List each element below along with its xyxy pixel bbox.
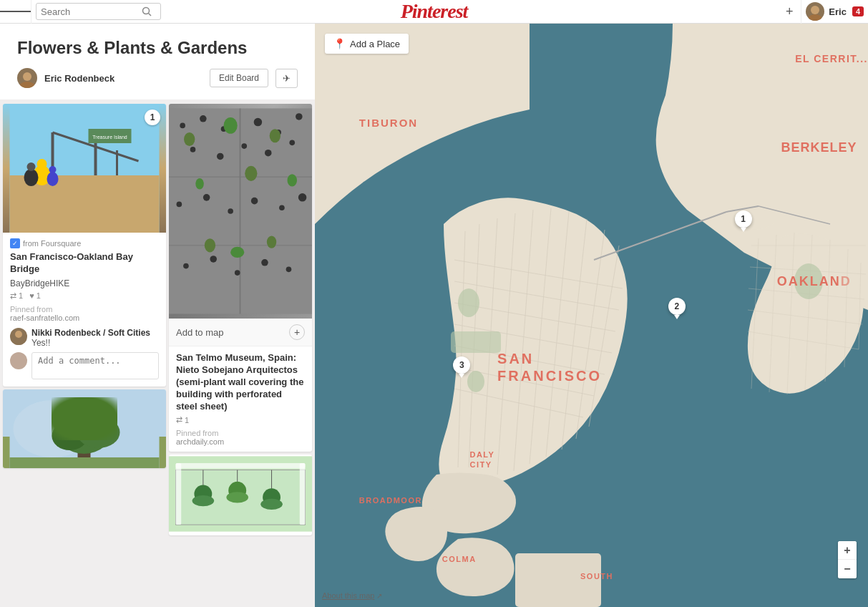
about-map: About this map ↗ bbox=[315, 591, 868, 600]
svg-point-49 bbox=[298, 193, 306, 201]
svg-point-46 bbox=[228, 208, 233, 214]
add-to-map-plus-button[interactable]: + bbox=[289, 324, 305, 340]
svg-point-44 bbox=[177, 202, 182, 208]
add-comment-avatar bbox=[10, 352, 27, 369]
commenter-name: Nikki Rodenbeck / Soft Cities bbox=[31, 328, 150, 338]
svg-rect-76 bbox=[300, 463, 306, 525]
pin-column-1: Treasure Island 1 bbox=[3, 104, 166, 468]
add-comment-input[interactable] bbox=[31, 352, 159, 379]
svg-point-15 bbox=[37, 159, 47, 169]
board-author-row: Eric Rodenbeck Edit Board ✈ bbox=[17, 68, 298, 88]
pinned-from-url-wall: archdaily.com bbox=[176, 437, 305, 446]
author-avatar bbox=[17, 68, 37, 88]
svg-point-97 bbox=[458, 288, 479, 317]
share-button[interactable]: ✈ bbox=[275, 69, 298, 88]
svg-point-74 bbox=[260, 499, 283, 510]
pin-card-greenhouse bbox=[169, 455, 312, 535]
svg-point-45 bbox=[203, 194, 210, 201]
svg-point-98 bbox=[467, 371, 484, 392]
user-avatar bbox=[806, 2, 824, 21]
search-input[interactable] bbox=[36, 6, 137, 17]
pin-column-2: Add to map + San Telmo Museum, Spain: Ni… bbox=[169, 104, 312, 535]
author-name: Eric Rodenbeck bbox=[44, 73, 203, 84]
svg-rect-99 bbox=[451, 331, 501, 353]
edit-board-button[interactable]: Edit Board bbox=[210, 69, 268, 87]
header: Pinterest + Eric 4 bbox=[0, 0, 868, 24]
svg-point-53 bbox=[261, 259, 268, 266]
pin-card-tree bbox=[3, 389, 166, 468]
svg-point-16 bbox=[24, 169, 39, 186]
map-marker-1[interactable]: 1 bbox=[735, 210, 752, 228]
pin-source-text: from Foursquare bbox=[23, 239, 81, 248]
place-icon: 📍 bbox=[333, 38, 346, 49]
pinned-from-url: raef-sanfratello.com bbox=[10, 314, 159, 322]
repin-icon: ⇄ bbox=[176, 415, 182, 424]
map-zoom-controls: + − bbox=[838, 541, 857, 578]
pin-body-wall: San Telmo Museum, Spain: Nieto Sobejano … bbox=[169, 346, 312, 452]
pin-likes: ⇄ 1 ♥ 1 bbox=[10, 291, 159, 301]
svg-point-2 bbox=[811, 6, 819, 14]
svg-point-58 bbox=[195, 178, 203, 189]
about-map-link[interactable]: About this map bbox=[322, 591, 374, 600]
map-marker-3[interactable]: 3 bbox=[453, 356, 470, 374]
map-marker-2[interactable]: 2 bbox=[668, 298, 686, 315]
svg-point-68 bbox=[192, 495, 215, 506]
svg-rect-28 bbox=[10, 457, 160, 468]
svg-point-41 bbox=[241, 143, 247, 149]
svg-point-63 bbox=[267, 235, 276, 248]
svg-point-19 bbox=[49, 166, 57, 173]
pin-title-wall: San Telmo Museum, Spain: Nieto Sobejano … bbox=[176, 352, 305, 412]
svg-point-115 bbox=[794, 263, 823, 299]
pin-add-comment bbox=[3, 352, 166, 387]
svg-point-55 bbox=[184, 132, 195, 146]
repin-count: 1 bbox=[19, 291, 23, 300]
like-icon: ♥ bbox=[29, 291, 34, 300]
commenter-avatar bbox=[10, 328, 27, 345]
pinned-from-label: Pinned from bbox=[10, 305, 159, 314]
username[interactable]: Eric bbox=[829, 6, 847, 17]
like-count: 1 bbox=[36, 291, 41, 300]
pin-card: Treasure Island 1 bbox=[3, 104, 166, 387]
pin-title: San Francisco-Oakland Bay Bridge bbox=[10, 251, 159, 276]
svg-point-43 bbox=[289, 140, 295, 145]
svg-rect-77 bbox=[176, 463, 306, 469]
foursquare-icon: ✓ bbox=[10, 238, 20, 248]
pin-likes-wall: ⇄ 1 bbox=[176, 415, 305, 424]
pin-body: ✓ from Foursquare San Francisco-Oakland … bbox=[3, 233, 166, 328]
svg-point-38 bbox=[296, 113, 303, 120]
pin-commenter: Nikki Rodenbeck / Soft Cities Yes!! bbox=[3, 328, 166, 352]
svg-point-48 bbox=[279, 205, 285, 210]
pinned-from-label-wall: Pinned from bbox=[176, 429, 305, 437]
svg-point-60 bbox=[288, 174, 297, 186]
notification-badge[interactable]: 4 bbox=[852, 6, 864, 16]
svg-point-33 bbox=[180, 123, 185, 129]
pin-subtitle: BayBridgeHIKE bbox=[10, 278, 159, 288]
svg-point-61 bbox=[205, 238, 215, 252]
board-title: Flowers & Plants & Gardens bbox=[17, 38, 298, 58]
svg-point-50 bbox=[183, 263, 189, 269]
board-header: Flowers & Plants & Gardens Eric Rodenbec… bbox=[0, 24, 315, 99]
svg-point-3 bbox=[808, 14, 822, 21]
svg-point-57 bbox=[270, 129, 281, 142]
svg-point-52 bbox=[235, 270, 240, 276]
svg-point-47 bbox=[251, 198, 258, 205]
add-button[interactable]: + bbox=[778, 0, 801, 24]
commenter-text: Yes!! bbox=[31, 338, 150, 348]
zoom-out-button[interactable]: − bbox=[838, 560, 857, 578]
svg-point-17 bbox=[27, 162, 36, 171]
pin-image-container-wall bbox=[169, 104, 312, 319]
left-panel: Flowers & Plants & Gardens Eric Rodenbec… bbox=[0, 24, 315, 607]
search-icon[interactable] bbox=[137, 3, 157, 20]
svg-point-42 bbox=[265, 150, 272, 157]
add-place-button[interactable]: 📍 Add a Place bbox=[325, 34, 409, 54]
map-container: TIBURON BERKELEY OAKLAND SANFRANCISCO DA… bbox=[315, 24, 868, 607]
pinterest-logo[interactable]: Pinterest bbox=[401, 0, 468, 23]
zoom-in-button[interactable]: + bbox=[838, 541, 857, 560]
menu-button[interactable] bbox=[0, 0, 31, 24]
svg-point-40 bbox=[217, 153, 224, 160]
about-map-external-icon: ↗ bbox=[376, 592, 382, 600]
pin-image: Treasure Island bbox=[3, 104, 166, 233]
svg-point-26 bbox=[52, 422, 88, 450]
svg-point-4 bbox=[23, 72, 31, 81]
svg-point-39 bbox=[190, 147, 196, 152]
